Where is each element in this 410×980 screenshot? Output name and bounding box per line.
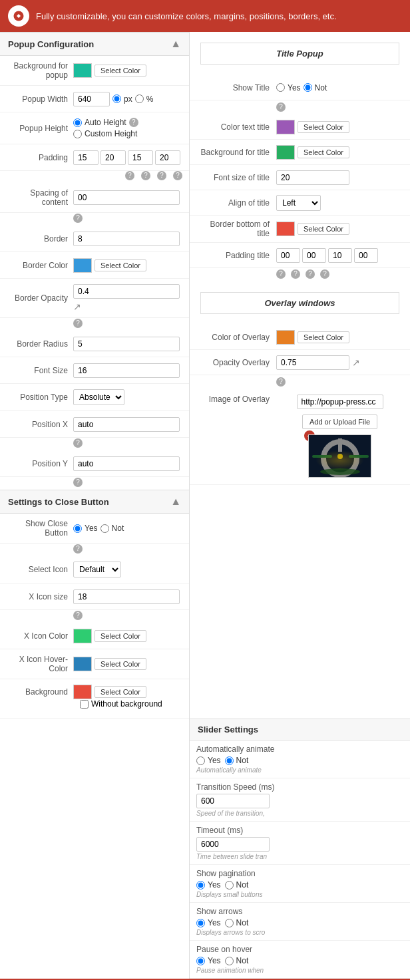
padding-help-3[interactable]: ?: [157, 171, 166, 180]
background-popup-swatch[interactable]: [73, 63, 92, 78]
padding-title-bottom[interactable]: [328, 248, 352, 263]
without-background-checkbox[interactable]: [80, 700, 89, 709]
slider-settings-panel: Slider Settings Automatically animate Ye…: [190, 719, 410, 979]
timeout-input[interactable]: [196, 837, 270, 852]
show-title-help[interactable]: ?: [276, 102, 286, 112]
border-opacity-expand[interactable]: ↗: [73, 301, 81, 312]
show-close-not-radio[interactable]: [101, 524, 109, 533]
auto-height-help[interactable]: ?: [129, 118, 138, 127]
align-title-label: Align of title: [196, 198, 276, 208]
show-close-help[interactable]: ?: [73, 544, 83, 554]
padding-title-right[interactable]: [302, 248, 326, 263]
border-opacity-row: Border Opacity ↗: [0, 279, 189, 318]
border-opacity-section: Border Opacity ↗ ?: [0, 279, 189, 331]
upload-file-btn[interactable]: Add or Upload File: [302, 414, 377, 429]
close-bg-btn[interactable]: Select Color: [95, 686, 146, 698]
show-title-yes-radio[interactable]: [276, 83, 285, 92]
pagination-not-radio[interactable]: [225, 881, 234, 890]
close-button-collapse[interactable]: ▲: [170, 496, 181, 508]
position-x-help[interactable]: ?: [73, 438, 83, 448]
popup-width-px-radio[interactable]: [112, 94, 121, 103]
padding-help-2[interactable]: ?: [141, 171, 150, 180]
padding-right-input[interactable]: [101, 150, 126, 165]
show-close-btn-control: Yes Not: [73, 524, 182, 533]
padding-title-label: Padding title: [196, 251, 276, 260]
bg-for-title-btn[interactable]: Select Color: [298, 146, 349, 158]
x-icon-size-input[interactable]: [73, 589, 180, 604]
auto-animate-not-radio[interactable]: [225, 756, 234, 765]
font-size-title-input[interactable]: [276, 170, 349, 185]
collapse-icon[interactable]: ▲: [170, 38, 181, 50]
pause-not-radio[interactable]: [225, 957, 234, 965]
padding-title-top[interactable]: [276, 248, 300, 263]
border-opacity-help[interactable]: ?: [73, 319, 83, 328]
color-overlay-label: Color of Overlay: [196, 333, 276, 342]
svg-rect-4: [349, 455, 369, 458]
show-close-yes-radio[interactable]: [73, 524, 82, 533]
padding-title-help-3[interactable]: ?: [306, 269, 315, 279]
spacing-help-row: ?: [0, 213, 189, 226]
pause-yes-radio[interactable]: [196, 957, 205, 965]
x-icon-size-help[interactable]: ?: [73, 611, 83, 620]
background-popup-color-btn[interactable]: Select Color: [95, 65, 146, 77]
x-icon-hover-color-btn[interactable]: Select Color: [95, 658, 146, 670]
x-icon-color-swatch[interactable]: [73, 629, 92, 643]
border-color-swatch[interactable]: [73, 258, 92, 273]
spacing-help[interactable]: ?: [73, 214, 83, 223]
arrows-not-group: Not: [225, 918, 249, 927]
color-overlay-swatch[interactable]: [276, 330, 295, 345]
show-title-control: Yes Not: [276, 83, 403, 92]
popup-width-input[interactable]: [73, 92, 110, 106]
padding-title-help-1[interactable]: ?: [276, 269, 286, 279]
border-input[interactable]: [73, 232, 180, 246]
position-y-help[interactable]: ?: [73, 478, 83, 487]
opacity-overlay-input[interactable]: [276, 355, 349, 370]
border-radius-input[interactable]: [73, 337, 180, 351]
x-icon-size-control: [73, 589, 182, 604]
show-title-not-radio[interactable]: [304, 83, 312, 92]
color-text-title-btn[interactable]: Select Color: [298, 121, 349, 133]
x-icon-hover-color-swatch[interactable]: [73, 657, 92, 671]
popup-width-pct-radio[interactable]: [135, 94, 144, 103]
position-type-select[interactable]: Absolute Fixed Relative: [73, 389, 124, 405]
transition-speed-input[interactable]: [196, 794, 270, 808]
color-text-title-swatch[interactable]: [276, 120, 295, 134]
padding-title-help-4[interactable]: ?: [320, 269, 329, 279]
border-color-label: Border Color: [7, 261, 73, 270]
border-bottom-title-btn[interactable]: Select Color: [298, 223, 349, 235]
auto-height-radio[interactable]: [73, 118, 82, 127]
position-y-row: Position Y: [0, 450, 189, 477]
border-bottom-title-swatch[interactable]: [276, 222, 295, 236]
color-overlay-btn[interactable]: Select Color: [298, 331, 349, 343]
custom-height-radio[interactable]: [73, 130, 82, 138]
padding-title-help-2[interactable]: ?: [291, 269, 300, 279]
padding-left-input[interactable]: [155, 150, 180, 165]
select-icon-select[interactable]: Default Custom: [73, 562, 121, 577]
arrows-yes-radio[interactable]: [196, 919, 205, 927]
border-color-btn[interactable]: Select Color: [95, 259, 146, 271]
image-overlay-url-input[interactable]: [297, 395, 383, 409]
pagination-yes-radio[interactable]: [196, 881, 205, 890]
padding-top-input[interactable]: [73, 150, 99, 165]
spacing-input[interactable]: [73, 190, 180, 205]
font-size-input[interactable]: [73, 363, 180, 378]
bg-for-title-swatch[interactable]: [276, 145, 295, 160]
close-bg-swatch[interactable]: [73, 685, 92, 699]
border-row: Border: [0, 226, 189, 252]
arrows-not-radio[interactable]: [225, 919, 234, 927]
padding-help-4[interactable]: ?: [173, 171, 182, 180]
opacity-overlay-help[interactable]: ?: [276, 377, 286, 387]
padding-bottom-input[interactable]: [128, 150, 153, 165]
padding-help-1[interactable]: ?: [125, 171, 134, 180]
position-y-input[interactable]: [73, 456, 180, 471]
x-icon-color-btn[interactable]: Select Color: [95, 630, 146, 642]
padding-title-left[interactable]: [354, 248, 378, 263]
auto-animate-yes-radio[interactable]: [196, 756, 205, 765]
custom-height-group: Custom Height: [73, 129, 138, 138]
border-opacity-input[interactable]: [73, 284, 180, 299]
position-x-input[interactable]: [73, 417, 180, 432]
popup-width-pct-label: %: [146, 94, 154, 104]
opacity-overlay-expand[interactable]: ↗: [352, 357, 360, 368]
align-title-select[interactable]: Left Center Right: [276, 195, 321, 211]
show-close-yes-label: Yes: [85, 524, 98, 533]
